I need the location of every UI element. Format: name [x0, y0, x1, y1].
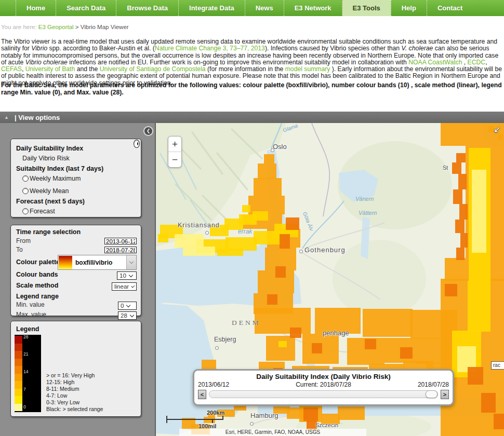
legend-note: 0-3: Very Low [46, 399, 103, 406]
palette-value: boxfill/vibrio [75, 259, 126, 266]
scale-value: linear [114, 283, 129, 290]
city-label-esbjerg: Esbjerg [214, 336, 236, 343]
scale-label: Scale method [16, 282, 58, 289]
breadcrumb-current: Vibrio Map Viewer [81, 24, 129, 30]
slider-handle[interactable] [426, 390, 437, 398]
text-link[interactable]: Nature Climate Change 3, 73–77, 2013 [155, 45, 265, 52]
text-segment: infections are notified in EU. Further w… [68, 59, 408, 66]
min-value-select[interactable]: 0 [118, 302, 137, 310]
text-link[interactable]: model summary [285, 65, 330, 73]
radio-weekly-maximum[interactable]: Weekly Maximum [16, 173, 136, 184]
legend-note: Black: > selected range [46, 406, 103, 413]
collapse-up-icon[interactable]: ▲ [4, 115, 9, 120]
nav-e3-network[interactable]: E3 Network [284, 0, 342, 16]
map-scalebar: 200km 100mil [166, 410, 224, 429]
text-link[interactable]: ECDC [468, 59, 486, 66]
legend-panel: Legend 28 21 14 7 0 > or = 16: Very High… [10, 321, 141, 417]
text-segment: ). Infections caused by Vibrio species o… [265, 45, 402, 52]
colour-palette-select[interactable]: boxfill/vibrio [58, 255, 137, 270]
legend-note: 4-7: Low [46, 392, 103, 399]
legend-color-strip [15, 336, 22, 411]
chevron-down-icon [129, 272, 133, 277]
city-label-szczecin: Szczecin [315, 422, 338, 428]
lake-label-vanern: Vänern [355, 196, 374, 202]
legend-note: 12-15: High [46, 379, 103, 386]
palette-swatch [59, 256, 72, 269]
view-options-title: | View options [15, 114, 60, 121]
max-value-select[interactable]: 28 [118, 311, 137, 320]
radio-icon[interactable] [22, 208, 29, 214]
radio-forecast[interactable]: Forecast [16, 206, 136, 217]
legend-tick: 7 [23, 387, 26, 392]
nav-browse-data[interactable]: Browse Data [116, 0, 178, 16]
slider-next-button[interactable]: > [441, 390, 449, 399]
palette-dropdown-button[interactable] [126, 255, 136, 269]
time-slider-panel: Daily Suitability Index (Daily Vibrio Ri… [193, 369, 454, 406]
text-segment: , [485, 59, 487, 66]
palette-label: Colour palette [16, 258, 60, 266]
map-canvas[interactable]: + − ↙ Oslo Kristiansand Gothenburg Esbje… [156, 123, 504, 436]
slider-prev-button[interactable]: < [198, 390, 206, 399]
nav-search-data[interactable]: Search Data [56, 0, 116, 16]
chevron-down-icon [126, 303, 130, 307]
radio-label: Weekly Mean [30, 187, 69, 195]
nav-e3-tools[interactable]: E3 Tools [342, 0, 391, 16]
text-segment: and the [75, 65, 99, 73]
city-marker [205, 231, 209, 235]
text-link[interactable]: CEFAS [1, 65, 22, 73]
group-weekly-header: Suitabilty Index (last 7 days) [16, 164, 136, 173]
radio-icon[interactable] [22, 188, 29, 194]
bands-value: 10 [120, 272, 126, 279]
bands-label: Colour bands [16, 271, 58, 278]
sidebar-collapse-button[interactable]: ❮ [143, 126, 153, 136]
colour-bands-select[interactable]: 10 [117, 271, 137, 280]
city-label-hamburg: Hamburg [250, 412, 278, 419]
radio-icon[interactable] [22, 175, 29, 182]
nav-news[interactable]: News [245, 0, 284, 16]
from-label: From [16, 237, 31, 244]
city-label-kristiansand: Kristiansand [178, 222, 220, 229]
slider-track[interactable] [209, 390, 438, 398]
to-date-input[interactable] [104, 247, 137, 253]
min-value-label: Min. value [16, 301, 45, 308]
legend-note: > or = 16: Very High [46, 372, 103, 379]
chevron-down-icon [131, 284, 135, 288]
text-segment: , [462, 59, 467, 66]
legend-tick: 14 [23, 370, 28, 374]
zoom-out-button[interactable]: − [168, 152, 181, 168]
radio-weekly-mean[interactable]: Weekly Mean [16, 186, 136, 197]
text-segment: , [22, 65, 25, 73]
from-date-input[interactable] [104, 238, 137, 244]
chevron-down-icon [129, 260, 134, 264]
breadcrumb-link-geoportal[interactable]: E3 Geoportal [38, 24, 74, 30]
legend-range-header: Legend range [16, 293, 59, 300]
city-label-oslo: Oslo [273, 143, 287, 151]
group-daily-header: Daily Suitability Index [16, 144, 136, 153]
radio-daily-vibrio-risk[interactable]: Daily Vibrio Risk [16, 153, 136, 164]
index-options-panel: Daily Suitability Index Daily Vibrio Ris… [10, 139, 141, 217]
view-options-bar: ▲ | View options [0, 112, 504, 123]
chevron-down-icon [130, 312, 134, 317]
breadcrumb-separator: > [75, 24, 79, 30]
text-link[interactable]: University of Santiago de Compostela [100, 65, 206, 73]
text-link[interactable]: University of Bath [25, 65, 75, 73]
settings-panel: Time range selection From To Colour pale… [10, 225, 141, 316]
nav-integrate-data[interactable]: Integrate Data [178, 0, 245, 16]
nav-help[interactable]: Help [391, 0, 427, 16]
resize-arrow-icon[interactable]: ↙ [494, 124, 501, 135]
nav-contact[interactable]: Contact [427, 0, 473, 16]
scale-method-select[interactable]: linear [112, 282, 137, 291]
text-segment: V. cholerae [402, 45, 433, 52]
max-value-label: Max. value [16, 311, 46, 318]
radio-icon[interactable] [134, 140, 140, 148]
legend-tick: 21 [23, 352, 28, 357]
intro-paragraph: The Vibrio viewer is a real-time model t… [1, 38, 503, 87]
time-slider-title: Daily Suitability Index (Daily Vibrio Ri… [194, 373, 453, 380]
breadcrumb: You are here: E3 Geoportal > Vibrio Map … [1, 24, 129, 30]
nav-home[interactable]: Home [16, 0, 56, 16]
zoom-in-button[interactable]: + [168, 137, 181, 152]
text-link[interactable]: NOAA CoastWatch [408, 59, 462, 66]
city-marker [215, 346, 219, 350]
slider-start-date: 2013/06/12 [198, 381, 229, 388]
breadcrumb-prefix: You are here: [1, 24, 37, 30]
